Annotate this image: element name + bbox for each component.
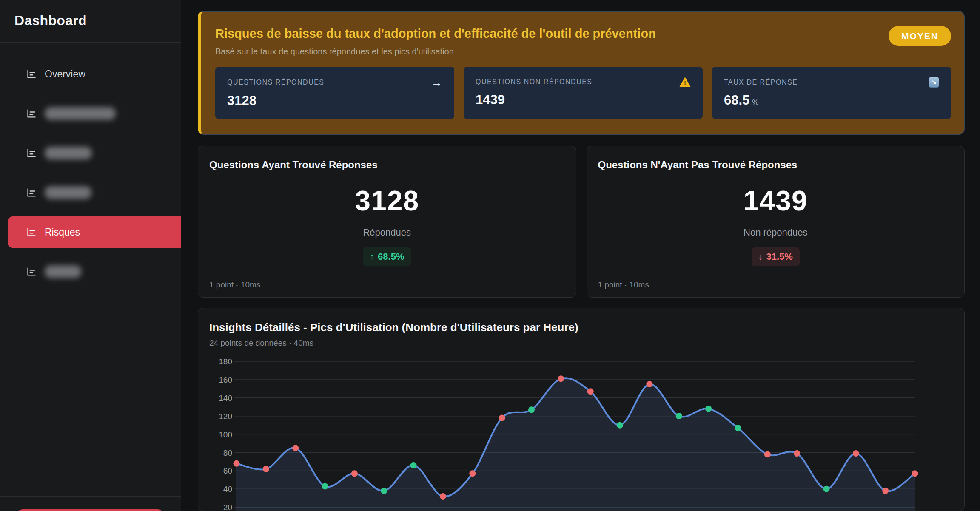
severity-badge: MOYEN [889,26,951,46]
banner-stats: QUESTIONS RÉPONDUES → 3128 QUESTIONS NON… [215,67,951,119]
chart-point[interactable] [381,488,387,494]
banner-title: Risques de baisse du taux d'adoption et … [215,26,951,41]
card-questions-non-repondues: Questions N'Ayant Pas Trouvé Réponses 14… [587,146,965,298]
chart-point[interactable] [469,470,476,477]
sidebar-item-redacted-4[interactable] [8,256,181,287]
svg-text:60: 60 [223,466,232,475]
redacted-label [45,147,92,159]
svg-text:160: 160 [219,375,232,384]
stat-unit: % [752,98,758,106]
chart-point[interactable] [823,486,830,492]
chart-point[interactable] [528,406,535,413]
arrow-up-icon: ↑ [370,251,374,262]
stat-questions-non-repondues: QUESTIONS NON RÉPONDUES 1439 [464,67,703,119]
trend-value: 31.5% [766,251,793,262]
bar-chart-icon [26,187,37,199]
chart-point[interactable] [882,488,889,494]
svg-text:120: 120 [219,412,232,421]
stat-value: 68.5% [724,93,939,108]
redacted-label [45,186,91,199]
card-title: Questions N'Ayant Pas Trouvé Réponses [598,159,954,171]
app-title: Dashboard [14,13,181,28]
chart-point[interactable] [912,470,918,477]
stat-value: 1439 [476,92,691,108]
chart-point[interactable] [764,451,771,457]
arrow-down-right-icon: ↘ [929,77,939,88]
metric-label: Non répondues [598,227,954,238]
sidebar-item-label: Risques [45,227,80,238]
chart-point[interactable] [853,450,859,457]
chart-point[interactable] [263,466,269,472]
arrow-down-icon: ↓ [758,251,763,262]
sidebar-item-label: Overview [45,68,85,80]
redacted-label [45,265,81,278]
chart-point[interactable] [322,483,328,489]
metric-value: 1439 [598,185,954,217]
bar-chart-icon [26,227,37,238]
arrow-right-icon: → [431,77,442,88]
svg-text:40: 40 [223,485,232,494]
chart-point[interactable] [735,425,741,431]
trend-value: 68.5% [378,251,404,262]
sidebar-item-overview[interactable]: Overview [8,58,181,90]
chart-point[interactable] [705,406,712,412]
chart-point[interactable] [646,381,652,387]
stat-value: 3128 [227,93,442,108]
chart-point[interactable] [499,415,505,421]
card-title: Questions Ayant Trouvé Réponses [209,159,565,171]
sidebar-item-risques[interactable]: Risques [8,216,181,248]
risk-alert-banner: Risques de baisse du taux d'adoption et … [198,11,965,135]
svg-text:140: 140 [219,394,232,403]
stat-label: QUESTIONS RÉPONDUES [227,79,325,86]
chart-point[interactable] [676,413,682,419]
stat-label: QUESTIONS NON RÉPONDUES [476,78,593,86]
metric-cards-row: Questions Ayant Trouvé Réponses 3128 Rép… [198,146,965,298]
card-meta: 1 point · 10ms [209,280,260,290]
bar-chart-icon [26,266,37,278]
card-meta: 1 point · 10ms [598,280,649,290]
sidebar-footer-divider [0,496,181,511]
svg-text:100: 100 [219,430,232,439]
sidebar: Dashboard Overview [0,0,181,511]
card-questions-repondues: Questions Ayant Trouvé Réponses 3128 Rép… [198,146,576,298]
banner-subtitle: Basé sur le taux de questions répondues … [215,47,951,57]
bar-chart-icon [26,68,37,80]
chart-point[interactable] [440,493,446,500]
sidebar-item-redacted-2[interactable] [8,137,181,169]
stat-taux-de-reponse: TAUX DE RÉPONSE ↘ 68.5% [712,67,951,119]
chart-point[interactable] [292,445,299,451]
warning-icon [679,77,691,87]
svg-text:80: 80 [223,449,232,457]
metric-label: Répondues [209,227,565,238]
chart-point[interactable] [794,450,800,457]
chart-point[interactable] [234,460,240,467]
usage-chart[interactable]: 18016014012010080604020 [205,357,965,511]
redacted-label [45,107,116,120]
sidebar-bottom-button[interactable] [16,509,164,511]
chart-point[interactable] [617,422,623,429]
sidebar-item-redacted-1[interactable] [8,98,181,129]
trend-badge-down: ↓ 31.5% [752,247,800,266]
chart-subtitle: 24 points de données · 40ms [209,338,953,348]
bar-chart-icon [26,148,37,159]
svg-text:180: 180 [219,357,232,366]
chart-point[interactable] [410,462,417,468]
chart-point[interactable] [558,375,564,382]
sidebar-nav: Overview Risques [0,58,181,287]
stat-label: TAUX DE RÉPONSE [724,79,798,86]
metric-value: 3128 [209,185,565,217]
chart-point[interactable] [587,388,594,395]
bar-chart-icon [26,108,37,119]
chart-title: Insights Détaillés - Pics d'Utilisation … [209,321,953,334]
trend-badge-up: ↑ 68.5% [363,247,411,266]
sidebar-item-redacted-3[interactable] [8,177,181,208]
stat-questions-repondues: QUESTIONS RÉPONDUES → 3128 [215,67,454,119]
chart-point[interactable] [351,470,358,477]
svg-text:20: 20 [223,503,232,511]
sidebar-header: Dashboard [0,0,181,43]
main-content: Risques de baisse du taux d'adoption et … [198,0,965,511]
usage-insights-card: Insights Détaillés - Pics d'Utilisation … [198,308,965,511]
